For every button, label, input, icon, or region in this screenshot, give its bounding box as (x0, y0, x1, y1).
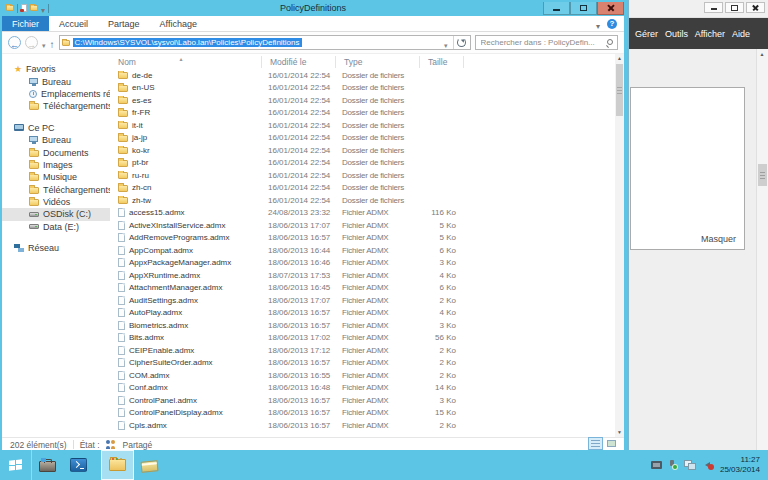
file-row[interactable]: Conf.admx18/06/2013 16:48Fichier ADMX14 … (110, 382, 615, 395)
network-tray-icon[interactable] (684, 460, 696, 470)
sidebar-item-bureau[interactable]: Bureau (2, 75, 110, 87)
properties-icon[interactable] (21, 4, 27, 12)
sidebar-section-favoris[interactable]: Favoris (2, 63, 110, 75)
file-row[interactable]: ControlPanelDisplay.admx18/06/2013 16:57… (110, 407, 615, 420)
folder-row[interactable]: ja-jp16/01/2014 22:54Dossier de fichiers (110, 132, 615, 145)
tab-affichage[interactable]: Affichage (150, 16, 207, 31)
file-row[interactable]: CEIPEnable.admx18/06/2013 17:12Fichier A… (110, 344, 615, 357)
folder-icon (118, 147, 128, 154)
folder-row[interactable]: pt-br16/01/2014 22:54Dossier de fichiers (110, 157, 615, 170)
file-row[interactable]: CipherSuiteOrder.admx18/06/2013 16:57Fic… (110, 357, 615, 370)
column-header-type[interactable]: Type (336, 56, 420, 68)
help-icon[interactable]: ? (607, 19, 617, 29)
scrollbar-thumb[interactable] (758, 164, 767, 186)
server-manager-titlebar[interactable] (629, 0, 768, 18)
volume-muted-tray-icon[interactable] (702, 460, 714, 470)
sidebar-item-documents[interactable]: Documents (2, 146, 110, 158)
menu-afficher[interactable]: Afficher (693, 27, 727, 41)
file-row[interactable]: AppCompat.admx18/06/2013 16:44Fichier AD… (110, 244, 615, 257)
sidebar-item-data-e[interactable]: Data (E:) (2, 221, 110, 233)
scroll-down-arrow-icon[interactable]: ▼ (615, 428, 624, 437)
file-row[interactable]: AutoPlay.admx18/06/2013 16:57Fichier ADM… (110, 307, 615, 320)
sidebar-item-videos[interactable]: Vidéos (2, 196, 110, 208)
restore-button[interactable] (725, 2, 744, 13)
address-bar[interactable]: C:\Windows\SYSVOL\sysvol\Labo.lan\Polici… (59, 35, 471, 50)
vertical-scrollbar[interactable]: ▲ (756, 49, 768, 450)
folder-row[interactable]: it-it16/01/2014 22:54Dossier de fichiers (110, 119, 615, 132)
input-device-tray-icon[interactable] (651, 461, 662, 469)
taskbar-powershell-button[interactable] (63, 450, 94, 480)
sidebar-item-telechargements[interactable]: Téléchargements (2, 184, 110, 196)
back-button[interactable] (8, 36, 21, 49)
menu-gerer[interactable]: Gérer (633, 27, 660, 41)
file-row[interactable]: AppxPackageManager.admx18/06/2013 16:46F… (110, 257, 615, 270)
forward-button[interactable] (25, 36, 38, 49)
taskbar-clock[interactable]: 11:27 25/03/2014 (720, 455, 760, 475)
up-one-level-button[interactable] (50, 34, 55, 52)
search-box[interactable] (475, 35, 618, 50)
menu-aide[interactable]: Aide (730, 27, 752, 41)
sidebar-item-osdisk-c[interactable]: OSDisk (C:) (2, 208, 110, 220)
file-row[interactable]: access15.admx24/08/2013 23:32Fichier ADM… (110, 207, 615, 220)
recent-locations-chevron-icon[interactable] (42, 34, 46, 52)
new-folder-icon[interactable] (30, 5, 38, 11)
tab-accueil[interactable]: Accueil (49, 16, 98, 31)
folder-row[interactable]: fr-FR16/01/2014 22:54Dossier de fichiers (110, 107, 615, 120)
maximize-button[interactable] (570, 2, 597, 15)
folder-row[interactable]: de-de16/01/2014 22:54Dossier de fichiers (110, 69, 615, 82)
folder-row[interactable]: ko-kr16/01/2014 22:54Dossier de fichiers (110, 144, 615, 157)
file-row[interactable]: ActiveXInstallService.admx18/06/2013 17:… (110, 219, 615, 232)
menu-outils[interactable]: Outils (663, 27, 690, 41)
expand-ribbon-chevron-icon[interactable] (596, 15, 600, 33)
explorer-titlebar[interactable]: PolicyDefinitions (2, 0, 624, 16)
folder-row[interactable]: zh-tw16/01/2014 22:54Dossier de fichiers (110, 194, 615, 207)
column-header-taille[interactable]: Taille (420, 56, 464, 68)
taskbar-explorer-button[interactable] (101, 450, 134, 480)
sidebar-item-bureau[interactable]: Bureau (2, 134, 110, 146)
file-row[interactable]: AuditSettings.admx18/06/2013 17:07Fichie… (110, 294, 615, 307)
hide-button[interactable]: Masquer (701, 234, 736, 244)
address-path-selected[interactable]: C:\Windows\SYSVOL\sysvol\Labo.lan\Polici… (73, 38, 302, 47)
start-button[interactable] (0, 450, 32, 480)
scrollbar-thumb[interactable] (616, 64, 623, 116)
folder-row[interactable]: ru-ru16/01/2014 22:54Dossier de fichiers (110, 169, 615, 182)
power-status-tray-icon[interactable] (668, 460, 678, 470)
file-row[interactable]: ControlPanel.admx18/06/2013 16:57Fichier… (110, 394, 615, 407)
scroll-up-arrow-icon[interactable]: ▲ (615, 54, 624, 63)
column-header-nom[interactable]: Nom (110, 56, 262, 68)
customize-toolbar-chevron-icon[interactable] (41, 0, 45, 17)
minimize-button[interactable] (543, 2, 570, 15)
sidebar-item-musique[interactable]: Musique (2, 171, 110, 183)
file-row[interactable]: AppXRuntime.admx18/07/2013 17:53Fichier … (110, 269, 615, 282)
file-row[interactable]: Bits.admx18/06/2013 17:02Fichier ADMX56 … (110, 332, 615, 345)
file-row[interactable]: Biometrics.admx18/06/2013 16:57Fichier A… (110, 319, 615, 332)
folder-row[interactable]: es-es16/01/2014 22:54Dossier de fichiers (110, 94, 615, 107)
refresh-button[interactable] (453, 36, 470, 49)
address-input[interactable]: C:\Windows\SYSVOL\sysvol\Labo.lan\Polici… (60, 36, 453, 49)
tab-partage[interactable]: Partage (98, 16, 150, 31)
sidebar-section-ce-pc[interactable]: Ce PC (2, 122, 110, 134)
file-row[interactable]: Cpls.admx18/06/2013 16:57Fichier ADMX2 K… (110, 419, 615, 432)
minimize-button[interactable] (704, 2, 723, 13)
folder-row[interactable]: en-US16/01/2014 22:54Dossier de fichiers (110, 82, 615, 95)
sidebar-item-images[interactable]: Images (2, 159, 110, 171)
close-button[interactable] (597, 2, 624, 15)
file-row[interactable]: AddRemovePrograms.admx18/06/2013 16:57Fi… (110, 232, 615, 245)
thumbnails-view-button[interactable] (604, 437, 619, 450)
scroll-up-arrow-icon[interactable]: ▲ (757, 51, 767, 57)
vertical-scrollbar[interactable]: ▲ ▼ (615, 54, 624, 437)
tab-fichier[interactable]: Fichier (2, 16, 49, 31)
search-input[interactable] (479, 37, 606, 48)
file-row[interactable]: AttachmentManager.admx18/06/2013 16:45Fi… (110, 282, 615, 295)
sidebar-section-reseau[interactable]: Réseau (2, 242, 110, 254)
address-dropdown-chevron-icon[interactable] (441, 36, 451, 49)
folder-row[interactable]: zh-cn16/01/2014 22:54Dossier de fichiers (110, 182, 615, 195)
sidebar-item-telechargements[interactable]: Téléchargements (2, 100, 110, 112)
close-button[interactable] (746, 2, 765, 13)
taskbar-book-button[interactable] (134, 450, 165, 480)
sidebar-item-emplacements-recents[interactable]: Emplacements récents (2, 88, 110, 100)
file-row[interactable]: COM.admx18/06/2013 16:55Fichier ADMX2 Ko (110, 369, 615, 382)
taskbar-server-manager-button[interactable] (32, 450, 63, 480)
column-header-modifie-le[interactable]: Modifié le (262, 56, 336, 68)
details-view-button[interactable] (588, 437, 603, 450)
